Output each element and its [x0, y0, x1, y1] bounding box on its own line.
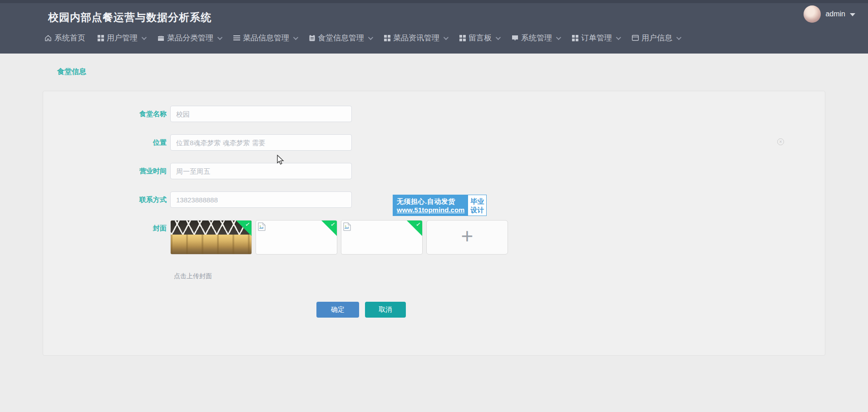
clipboard-icon — [309, 34, 315, 41]
window-top-strip — [0, 0, 868, 3]
field-label: 食堂名称 — [43, 106, 170, 122]
chevron-down-icon — [368, 34, 373, 39]
ad-badge: 毕业 设计 — [468, 195, 486, 216]
upload-cover-button[interactable]: + — [426, 220, 508, 255]
chevron-down-icon — [444, 34, 449, 39]
form-actions: 确定 取消 — [316, 302, 825, 318]
grid-icon — [459, 35, 466, 41]
user-menu[interactable]: admin — [804, 5, 855, 23]
business-hours-input[interactable] — [170, 163, 352, 179]
chat-icon — [512, 35, 518, 41]
nav-item-dish-category[interactable]: 菜品分类管理 — [158, 33, 221, 43]
chevron-down-icon — [496, 34, 501, 39]
nav-item-canteen-info[interactable]: 食堂信息管理 — [309, 33, 372, 43]
cancel-button[interactable]: 取消 — [365, 302, 406, 318]
grid-icon — [572, 35, 578, 41]
check-icon: ✓ — [245, 221, 251, 228]
nav-item-message-board[interactable]: 留言板 — [459, 33, 499, 43]
cover-thumbnails: ✓ ✓ ✓ + — [170, 220, 508, 255]
chevron-down-icon — [293, 34, 298, 39]
photo-hall — [171, 235, 252, 254]
form-row-location: 位置 — [43, 134, 825, 151]
ad-link[interactable]: www.51topmind.com — [397, 206, 464, 214]
page-title: 食堂信息 — [57, 67, 86, 77]
confirm-button[interactable]: 确定 — [316, 302, 359, 318]
form-row-name: 食堂名称 — [43, 106, 825, 122]
briefcase-icon — [158, 35, 164, 41]
broken-image-icon — [258, 222, 266, 233]
form-row-hours: 营业时间 — [43, 163, 825, 179]
field-label: 营业时间 — [43, 163, 170, 179]
upload-hint: 点击上传封面 — [174, 272, 825, 280]
chevron-down-icon — [556, 34, 561, 39]
nav-item-home[interactable]: 系统首页 — [44, 33, 85, 43]
field-label: 封面 — [43, 220, 170, 255]
app-title: 校园内部点餐运营与数据分析系统 — [48, 10, 212, 25]
top-navbar: 校园内部点餐运营与数据分析系统 admin 系统首页 用户管理 菜品分类管理 菜… — [0, 0, 868, 54]
username: admin — [825, 10, 845, 18]
nav-item-system[interactable]: 系统管理 — [512, 33, 560, 43]
home-icon — [44, 34, 52, 42]
chevron-down-icon — [142, 34, 147, 39]
grid-icon — [384, 35, 390, 41]
plus-icon: + — [461, 226, 473, 246]
chevron-down-icon — [616, 34, 621, 39]
avatar[interactable] — [804, 5, 821, 23]
chevron-down-icon — [676, 34, 681, 39]
close-icon[interactable]: × — [777, 138, 784, 145]
nav-item-user-info[interactable]: 用户信息 — [632, 33, 680, 43]
field-label: 位置 — [43, 134, 170, 151]
check-icon: ✓ — [415, 221, 421, 228]
broken-image-icon — [343, 222, 351, 233]
ad-slogan: 无须担心.自动发货 — [397, 197, 464, 206]
grid-icon — [98, 35, 104, 41]
cover-thumbnail-broken[interactable]: ✓ — [256, 220, 337, 255]
ad-watermark: 无须担心.自动发货 www.51topmind.com 毕业 设计 — [393, 195, 487, 216]
field-label: 联系方式 — [43, 191, 170, 208]
canteen-name-input[interactable] — [170, 106, 352, 122]
form-row-cover: 封面 ✓ ✓ ✓ + — [43, 220, 825, 255]
window-icon — [632, 35, 639, 41]
check-icon: ✓ — [330, 221, 336, 228]
canteen-info-form-card: 食堂名称 位置 营业时间 联系方式 封面 ✓ ✓ — [43, 91, 825, 356]
cover-thumbnail-photo[interactable]: ✓ — [170, 220, 252, 255]
list-icon — [233, 35, 240, 41]
nav-item-dish-info[interactable]: 菜品信息管理 — [233, 33, 297, 43]
chevron-down-icon — [850, 13, 855, 16]
nav-item-orders[interactable]: 订单管理 — [572, 33, 620, 43]
nav-item-users[interactable]: 用户管理 — [98, 33, 145, 43]
main-nav: 系统首页 用户管理 菜品分类管理 菜品信息管理 食堂信息管理 菜品资讯管理 — [44, 33, 680, 43]
chevron-down-icon — [217, 34, 222, 39]
contact-input[interactable] — [170, 191, 352, 208]
cover-thumbnail-broken[interactable]: ✓ — [341, 220, 423, 255]
ad-text: 无须担心.自动发货 www.51topmind.com — [393, 195, 468, 216]
nav-item-dish-news[interactable]: 菜品资讯管理 — [384, 33, 447, 43]
location-input[interactable] — [170, 134, 352, 151]
